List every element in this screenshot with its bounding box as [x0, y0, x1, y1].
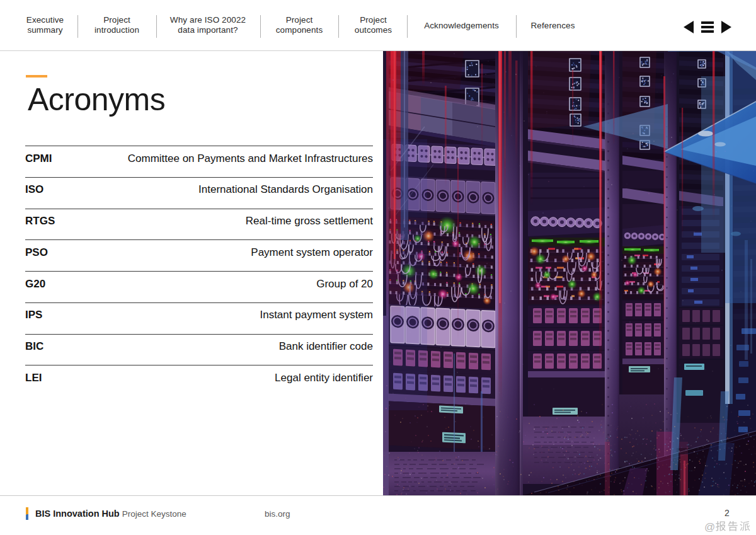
svg-text:@: @ — [704, 521, 715, 533]
